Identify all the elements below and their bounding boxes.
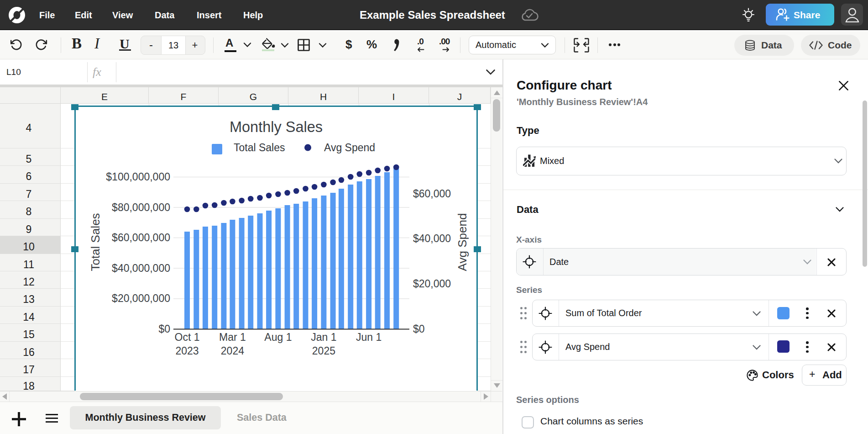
svg-text:Jun 1: Jun 1 bbox=[356, 331, 382, 343]
svg-text:Total Sales: Total Sales bbox=[89, 213, 102, 271]
svg-text:$20,000: $20,000 bbox=[413, 278, 451, 290]
svg-text:$100,000,000: $100,000,000 bbox=[106, 171, 170, 183]
svg-text:2023: 2023 bbox=[175, 345, 199, 357]
svg-text:Avg Spend: Avg Spend bbox=[455, 213, 469, 271]
svg-text:Oct 1: Oct 1 bbox=[175, 331, 200, 343]
svg-text:$0: $0 bbox=[413, 323, 425, 335]
svg-text:Total Sales: Total Sales bbox=[234, 142, 285, 153]
svg-text:$20,000,000: $20,000,000 bbox=[112, 292, 170, 304]
svg-text:Mar 1: Mar 1 bbox=[219, 331, 246, 343]
svg-text:$40,000,000: $40,000,000 bbox=[112, 262, 170, 274]
svg-text:$80,000,000: $80,000,000 bbox=[112, 201, 170, 213]
svg-text:Aug 1: Aug 1 bbox=[264, 331, 292, 343]
svg-text:$40,000: $40,000 bbox=[413, 233, 451, 244]
svg-text:$60,000,000: $60,000,000 bbox=[112, 232, 170, 243]
svg-text:2025: 2025 bbox=[312, 345, 335, 357]
svg-text:Jan 1: Jan 1 bbox=[311, 331, 336, 343]
svg-text:2024: 2024 bbox=[221, 345, 244, 357]
svg-text:Avg Spend: Avg Spend bbox=[324, 142, 375, 153]
svg-text:$0: $0 bbox=[158, 323, 170, 335]
svg-text:$60,000: $60,000 bbox=[413, 188, 451, 200]
svg-text:Monthly Sales: Monthly Sales bbox=[230, 119, 323, 135]
